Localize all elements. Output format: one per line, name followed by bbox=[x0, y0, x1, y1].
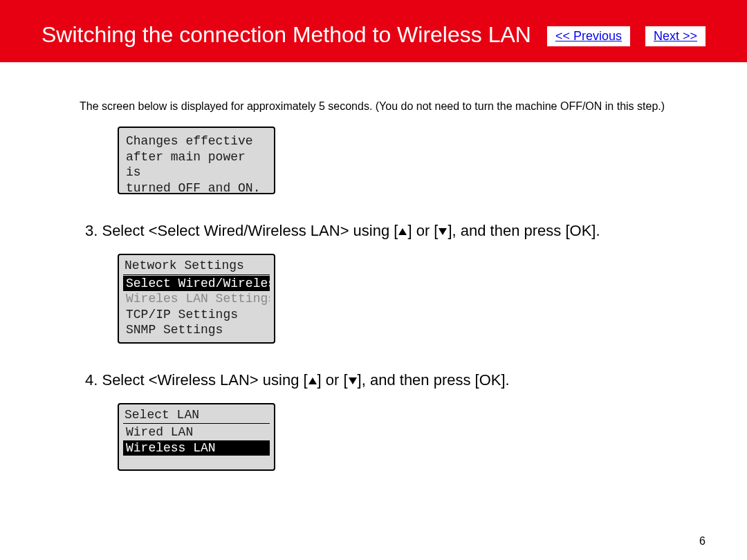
lcd-item: Wired LAN bbox=[123, 424, 270, 440]
lcd-line: turned OFF and ON. bbox=[126, 180, 267, 196]
lcd-item: SNMP Settings bbox=[123, 322, 270, 338]
lcd-item: TCP/IP Settings bbox=[123, 307, 270, 323]
lcd-screen-changes: Changes effective after main power is tu… bbox=[118, 127, 275, 194]
lcd-item-selected: Wireless LAN bbox=[123, 440, 270, 456]
up-arrow-icon bbox=[308, 377, 317, 384]
lcd-item-selected: Select Wired/Wireles bbox=[123, 276, 270, 292]
nav-buttons: << Previous Next >> bbox=[547, 26, 706, 46]
lcd-title: Network Settings bbox=[123, 258, 270, 275]
content-area: The screen below is displayed for approx… bbox=[0, 62, 747, 512]
lcd-title: Select LAN bbox=[123, 407, 270, 424]
down-arrow-icon bbox=[439, 228, 447, 235]
page-number: 6 bbox=[699, 535, 706, 548]
lcd-line: after main power is bbox=[126, 149, 267, 180]
lcd-screen-network-settings: Network Settings Select Wired/Wireles Wi… bbox=[118, 254, 275, 344]
lcd-line: Changes effective bbox=[126, 133, 267, 149]
up-arrow-icon bbox=[398, 228, 407, 235]
lcd-item: Wireles LAN Settings bbox=[123, 291, 270, 307]
previous-button[interactable]: << Previous bbox=[547, 26, 630, 46]
lcd-screen-select-lan: Select LAN Wired LAN Wireless LAN bbox=[118, 403, 275, 472]
step-4-text: 4. Select <Wireless LAN> using [] or [],… bbox=[85, 371, 667, 389]
down-arrow-icon bbox=[349, 377, 357, 384]
step-3-text: 3. Select <Select Wired/Wireless LAN> us… bbox=[85, 222, 667, 240]
intro-paragraph: The screen below is displayed for approx… bbox=[80, 100, 667, 113]
next-button[interactable]: Next >> bbox=[645, 26, 706, 46]
page-title: Switching the connection Method to Wirel… bbox=[42, 21, 531, 48]
page-header: Switching the connection Method to Wirel… bbox=[0, 0, 747, 62]
